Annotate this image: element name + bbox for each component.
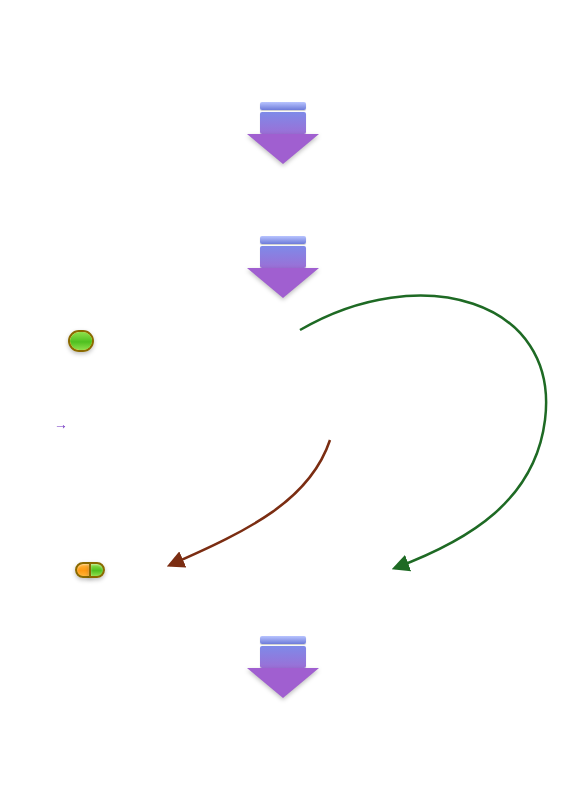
result-group [75, 562, 105, 578]
middle-cells [76, 338, 86, 346]
middle-group [68, 330, 94, 352]
middle-container [68, 330, 94, 352]
diagram-canvas: → [0, 0, 565, 809]
arrow-down-1 [260, 102, 319, 164]
index-arrow-icon: → [54, 418, 68, 434]
arrow-down-2 [260, 236, 319, 298]
result-right-segment [89, 562, 105, 578]
arrow-down-3 [260, 636, 319, 698]
